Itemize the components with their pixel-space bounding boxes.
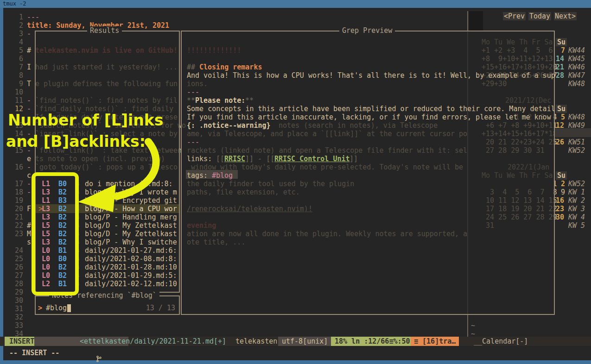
buffer-text: -	[27, 105, 31, 113]
backlinks-count: B0	[56, 180, 67, 188]
calendar-cell: 23	[556, 205, 564, 213]
calendar-cell: KW 2	[568, 196, 585, 205]
line-number: 1	[4, 13, 23, 21]
links-count: L0	[39, 255, 50, 263]
download-arrow-icon: ⬇	[76, 180, 80, 188]
download-arrow-icon: ⬇	[76, 221, 80, 230]
buffer-text: F	[27, 205, 31, 213]
calendar-today-button[interactable]: Today	[528, 12, 551, 20]
backlinks-count: B2	[56, 263, 67, 271]
preview-line-segment: Please note:	[195, 96, 245, 105]
window-frame-left	[0, 8, 3, 364]
preview-line-segment: **	[187, 96, 195, 105]
buffer-text: M	[27, 230, 31, 238]
backlinks-count: B1	[56, 246, 67, 255]
buffer-text: T	[27, 80, 31, 88]
line-number: 20	[4, 205, 23, 213]
line-number: 27	[4, 271, 23, 280]
calendar-cell: 28	[556, 71, 564, 80]
line-number: 12	[4, 105, 23, 113]
preview-line-segment: ]]	[350, 155, 358, 163]
backlinks-count: B1	[56, 280, 67, 288]
backlinks-count: B2	[56, 213, 67, 221]
line-number: 28	[4, 280, 23, 288]
preview-line-segment: ]] - [[	[245, 155, 274, 163]
buffer-text: #	[27, 221, 31, 230]
download-arrow-icon: ⬇	[76, 271, 80, 280]
download-arrow-icon: ⬇	[76, 196, 80, 205]
preview-line-segment: tags:	[187, 171, 212, 180]
preview-line-segment: ##	[187, 63, 195, 71]
result-filename: blog/P - Encrypted git	[85, 196, 177, 205]
buffer-text: -	[27, 30, 31, 38]
links-count: L1	[39, 196, 50, 205]
download-arrow-icon: ⬇	[76, 246, 80, 255]
links-count: L2	[39, 280, 50, 288]
calendar-cell: 2	[557, 180, 565, 188]
calendar-cell: 9	[557, 188, 565, 196]
buffer-text: e	[27, 138, 31, 146]
calendar-cell: KW 3	[568, 205, 585, 213]
calendar-fold-block	[469, 11, 483, 31]
line-number: 25	[4, 255, 23, 263]
backlinks-count: B2	[56, 238, 67, 246]
preview-line-segment: links:	[187, 155, 216, 163]
statusline: INSERT main! <ettelkasten/daily/2021-11-…	[0, 337, 591, 346]
line-number: 7	[4, 63, 23, 71]
line-number: 14	[4, 130, 23, 138]
calendar-cell: KW44	[568, 46, 585, 55]
download-arrow-icon: ⬇	[76, 263, 80, 271]
buffer-text: -	[27, 188, 31, 196]
line-number: 18	[4, 188, 23, 196]
preview-line-segment: And voila! This is how a CPU works! That…	[187, 71, 555, 80]
preview-line-segment: Some concepts in this article have been …	[187, 105, 555, 113]
preview-line-segment: ---	[187, 88, 199, 96]
result-filename: blog/P - Why I switche	[85, 238, 177, 246]
line-number: 21	[4, 213, 23, 221]
search-input[interactable]: #blog	[46, 304, 67, 312]
result-filename: daily/2021-02-12.md:10	[85, 280, 177, 288]
result-filename: daily/2021-01-27.md:6:	[85, 246, 177, 255]
line-number: 24	[4, 246, 23, 255]
line-number: 32	[4, 313, 23, 321]
result-filename: blog/D - My Zettelkast	[85, 230, 177, 238]
download-arrow-icon: ⬇	[76, 188, 80, 196]
calendar-cell: 16	[556, 196, 564, 205]
line-number: 22	[4, 221, 23, 230]
buffer-text: s	[27, 238, 31, 246]
calendar-prev-button[interactable]: <Prev	[503, 12, 526, 20]
calendar-cell: 7	[557, 46, 565, 55]
links-count: L1	[39, 180, 50, 188]
download-arrow-icon: ⬇	[76, 213, 80, 221]
calendar-cell: KW45	[568, 55, 585, 63]
line-number: 6	[4, 55, 23, 63]
backlinks-count: B2	[56, 271, 67, 280]
backlinks-count: B3	[56, 196, 67, 205]
calendar-cell: KW51	[568, 138, 585, 146]
calendar-next-button[interactable]: Next>	[554, 12, 577, 20]
calendar-cell: KW52	[568, 180, 585, 188]
calendar-cell: KW 5	[568, 221, 585, 230]
result-filename: daily/2021-01-28.md:10	[85, 263, 177, 271]
line-number: 19	[4, 196, 23, 205]
line-number: 9	[4, 80, 23, 88]
tmux-title-bar: tmux -2	[0, 0, 591, 8]
calendar-cell: 21	[556, 63, 564, 71]
result-counter: 13 / 13	[139, 304, 175, 312]
result-filename: blog/D - My Zettelkast	[85, 221, 177, 230]
backlinks-count: B2	[56, 188, 67, 196]
preview-line-segment: RRISC	[224, 155, 245, 163]
terminal-screen: tmux -2 ---title: Sunday, November 21st,…	[0, 0, 591, 364]
download-arrow-icon: ⬇	[76, 205, 80, 213]
line-number: 16	[4, 163, 23, 171]
encoding-segment: utf-8[unix]	[278, 337, 331, 346]
calendar-cell: 5	[557, 113, 565, 121]
line-number: 8	[4, 71, 23, 80]
calendar-cell: Su	[556, 38, 567, 46]
preview-line-segment: Closing remarks	[199, 63, 262, 71]
text-cursor	[67, 304, 71, 312]
filename-segment: <ettelkasten/daily/2021-11-21.md[+]	[80, 337, 226, 346]
git-branch-icon	[63, 346, 102, 364]
result-filename: blog/P - How a CPU wor	[85, 205, 177, 213]
links-count: L5	[39, 221, 50, 230]
